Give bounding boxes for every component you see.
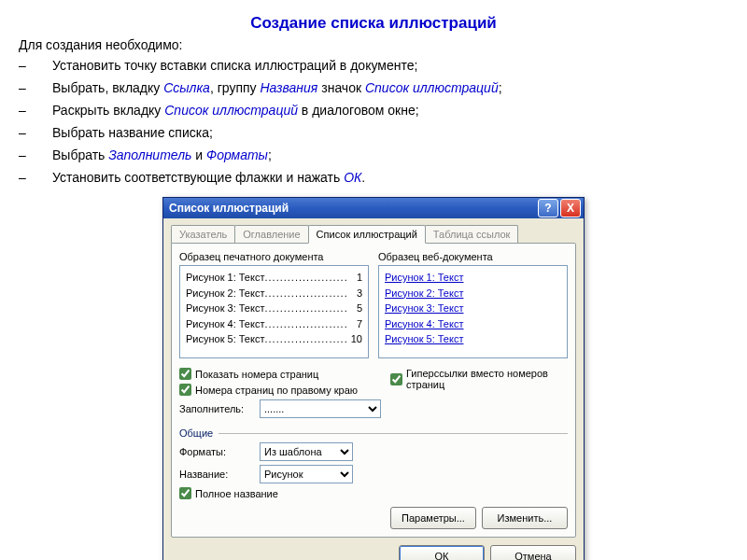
label-hyperlinks: Гиперссылки вместо номеров страниц (406, 368, 568, 390)
intro-text: Для создания необходимо: (19, 37, 728, 52)
web-preview-line: Рисунок 4: Текст (385, 316, 561, 332)
label-right-align: Номера страниц по правому краю (195, 385, 358, 396)
caption-label: Название: (179, 469, 254, 480)
web-preview-line: Рисунок 3: Текст (385, 301, 561, 316)
formats-label: Форматы: (179, 446, 254, 457)
close-button[interactable]: X (560, 199, 581, 217)
tab-panel: Образец печатного документа Рисунок 1: Т… (171, 243, 576, 538)
tab-указатель[interactable]: Указатель (171, 225, 235, 243)
web-preview-link[interactable]: Рисунок 4: Текст (385, 318, 463, 329)
instruction-list: Установить точку вставки списка иллюстра… (19, 56, 728, 188)
keyword: Названия (260, 80, 317, 95)
web-preview-link[interactable]: Рисунок 2: Текст (385, 287, 463, 299)
web-preview-box: Рисунок 1: ТекстРисунок 2: ТекстРисунок … (378, 265, 568, 358)
label-show-page-numbers: Показать номера страниц (195, 369, 318, 380)
print-preview-box: Рисунок 1: Текст ......................1… (179, 265, 369, 358)
checkbox-show-page-numbers[interactable] (179, 368, 191, 380)
formats-select[interactable]: Из шаблона (260, 442, 353, 461)
tab-список-иллюстраций[interactable]: Список иллюстраций (308, 225, 426, 244)
label-full-caption: Полное название (195, 488, 278, 499)
list-item: Установить точку вставки списка иллюстра… (19, 56, 728, 76)
caption-select[interactable]: Рисунок (260, 465, 353, 483)
titlebar[interactable]: Список иллюстраций ? X (163, 198, 584, 218)
print-preview-line: Рисунок 1: Текст ......................1 (186, 270, 362, 286)
tab-bar: УказательОглавлениеСписок иллюстрацийТаб… (163, 218, 584, 243)
ok-button[interactable]: ОК (399, 545, 485, 560)
options-button[interactable]: Параметры... (390, 507, 476, 529)
keyword: Список иллюстраций (164, 103, 298, 118)
tab-таблица-ссылок[interactable]: Таблица ссылок (425, 225, 519, 243)
print-preview-line: Рисунок 5: Текст ......................1… (186, 331, 362, 347)
print-preview-label: Образец печатного документа (179, 251, 369, 262)
help-button[interactable]: ? (538, 199, 558, 217)
web-preview-label: Образец веб-документа (378, 251, 568, 262)
cancel-button[interactable]: Отмена (490, 545, 576, 560)
list-item: Раскрыть вкладку Список иллюстраций в ди… (19, 101, 728, 120)
tab-оглавление[interactable]: Оглавление (234, 225, 308, 243)
list-item: Выбрать название списка; (19, 123, 728, 143)
list-item: Установить соответствующие флажки и нажа… (19, 168, 728, 188)
print-preview-line: Рисунок 4: Текст ......................7 (186, 316, 362, 332)
keyword: ОК (344, 170, 361, 185)
modify-button[interactable]: Изменить... (482, 507, 568, 529)
page-title: Создание списка иллюстраций (19, 14, 728, 33)
dialog-list-of-figures: Список иллюстраций ? X УказательОглавлен… (162, 197, 585, 560)
keyword: Заполнитель (108, 147, 191, 162)
checkbox-right-align[interactable] (179, 384, 191, 396)
web-preview-link[interactable]: Рисунок 3: Текст (385, 302, 463, 314)
web-preview-line: Рисунок 1: Текст (385, 270, 561, 286)
list-item: Выбрать, вкладку Ссылка, группу Названия… (19, 78, 728, 98)
print-preview-line: Рисунок 2: Текст ......................3 (186, 286, 362, 301)
checkbox-full-caption[interactable] (179, 487, 191, 499)
group-general: Общие (179, 427, 568, 439)
keyword: Форматы (206, 147, 268, 162)
print-preview-line: Рисунок 3: Текст ......................5 (186, 301, 362, 316)
web-preview-link[interactable]: Рисунок 1: Текст (385, 272, 463, 283)
web-preview-link[interactable]: Рисунок 5: Текст (385, 333, 463, 344)
web-preview-line: Рисунок 2: Текст (385, 286, 561, 301)
list-item: Выбрать Заполнитель и Форматы; (19, 146, 728, 165)
checkbox-hyperlinks[interactable] (390, 373, 402, 385)
dialog-title: Список иллюстраций (169, 202, 538, 215)
keyword: Ссылка (163, 80, 210, 95)
leader-select[interactable]: ....... (260, 399, 381, 418)
web-preview-line: Рисунок 5: Текст (385, 331, 561, 347)
keyword: Список иллюстраций (365, 80, 499, 95)
leader-label: Заполнитель: (179, 403, 254, 414)
